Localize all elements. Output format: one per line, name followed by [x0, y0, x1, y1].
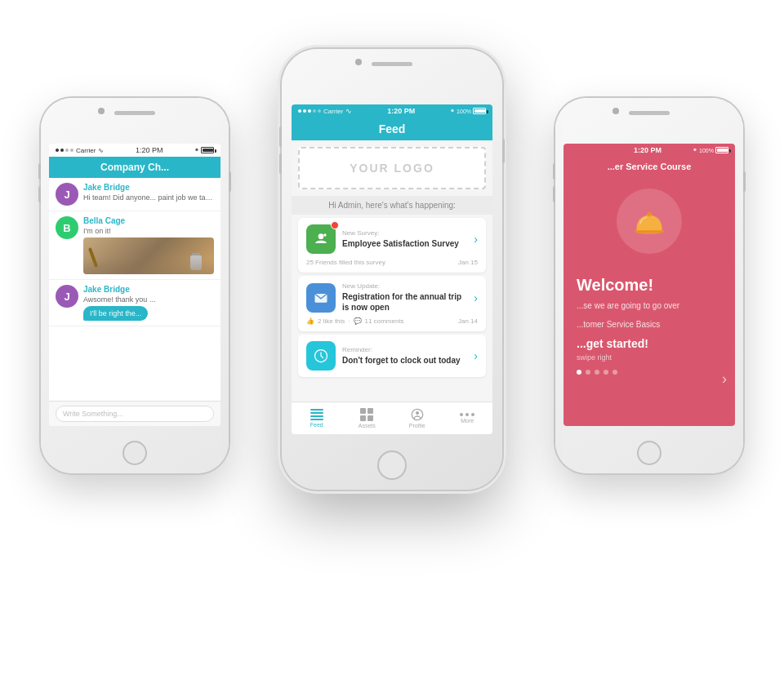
left-screen: Carrier ∿ 1:20 PM ⁕ Company Ch... J Jake… — [49, 144, 220, 426]
time-left: 1:20 PM — [136, 146, 163, 154]
update-likes: 2 like this — [318, 317, 345, 325]
feed-card-update[interactable]: New Update: Registration for the annual … — [298, 276, 486, 331]
nav-label-feed: Feed — [310, 422, 323, 428]
survey-icon — [306, 224, 336, 254]
feed-card-update-footer: 👍 2 like this · 💬 11 comments Jan 14 — [306, 317, 478, 325]
volume-btn-right-2 — [553, 186, 555, 202]
feed-card-update-header: New Update: Registration for the annual … — [306, 282, 478, 313]
nav-label-assets: Assets — [359, 423, 376, 428]
course-dots — [577, 370, 722, 375]
reminder-chevron[interactable]: › — [474, 349, 478, 362]
status-bar: Carrier ∿ 1:20 PM ⁕ — [49, 144, 220, 157]
chat-input-bar[interactable]: Write Something... — [49, 401, 220, 426]
update-chevron[interactable]: › — [474, 291, 478, 304]
survey-badge — [331, 221, 339, 229]
assets-nav-icon — [360, 408, 373, 421]
dot-5 — [612, 370, 617, 375]
feed-card-survey[interactable]: New Survey: Employee Satisfaction Survey… — [298, 218, 486, 273]
dot-1 — [577, 370, 581, 375]
left-header-title: Company Ch... — [100, 162, 169, 173]
chat-image-bella — [83, 237, 214, 274]
chat-msg-bella: I'm on it! — [83, 227, 214, 235]
nav-item-feed[interactable]: Feed — [292, 406, 342, 431]
paint-brush-icon — [88, 247, 98, 268]
svg-rect-10 — [360, 415, 366, 421]
home-button-right[interactable] — [637, 441, 662, 465]
update-title: Registration for the annual trip is now … — [342, 291, 467, 313]
chat-item-bella[interactable]: B Bella Cage I'm on it! — [49, 211, 220, 280]
battery-icon-center — [473, 108, 486, 114]
wifi-icon-center: ∿ — [345, 107, 352, 115]
carrier-center-label: Carrier — [323, 108, 343, 115]
course-cta: ...get started! — [577, 337, 722, 350]
wifi-icon-left: ∿ — [98, 147, 104, 154]
profile-nav-icon — [411, 408, 424, 421]
chat-item-jake-2[interactable]: J Jake Bridge Awsome! thank you ... I'll… — [49, 280, 220, 326]
survey-footer-left: 25 Friends filled this survey — [306, 259, 385, 266]
feed-card-reminder[interactable]: Reminder: Don't forget to clock out toda… — [298, 335, 486, 377]
chat-name-jake-2: Jake Bridge — [83, 285, 214, 294]
bluetooth-right-icon: ⁕ — [693, 147, 697, 153]
feed-card-survey-footer: 25 Friends filled this survey Jan 15 — [306, 259, 478, 266]
home-button[interactable] — [122, 441, 147, 465]
camera — [98, 108, 105, 114]
chat-list[interactable]: J Jake Bridge Hi team! Did anyone... pai… — [49, 178, 220, 326]
center-header-title: Feed — [379, 122, 406, 135]
center-screen: Carrier ∿ 1:20 PM ⁕ 100% Feed YOUR LOGO … — [292, 104, 492, 434]
update-comments: 11 comments — [365, 317, 404, 325]
svg-rect-11 — [368, 415, 373, 421]
course-bell — [617, 189, 682, 254]
center-app-header: Feed — [292, 118, 492, 140]
left-app-header: Company Ch... — [49, 157, 220, 178]
svg-rect-4 — [310, 409, 323, 411]
nav-item-profile[interactable]: Profile — [392, 405, 443, 432]
power-btn — [229, 171, 231, 192]
carrier-label: Carrier — [76, 147, 96, 154]
avatar-j1: J — [56, 183, 78, 206]
course-screen: Welcome! ...se we are going to go over .… — [564, 176, 735, 426]
signal-dots — [56, 149, 74, 152]
svg-rect-17 — [648, 212, 651, 216]
chat-msg-jake-2: Awsome! thank you ... — [83, 295, 214, 304]
thumbs-up-icon: 👍 — [306, 317, 314, 325]
feed-greeting: Hi Admin, here's what's happening: — [292, 196, 492, 215]
battery-right: ⁕ 100% — [693, 147, 728, 153]
speaker — [114, 111, 155, 115]
speaker-center — [372, 62, 412, 66]
svg-rect-5 — [310, 412, 323, 414]
volume-btn-center-2 — [279, 153, 282, 174]
course-desc-2: ...tomer Service Basics — [577, 318, 722, 331]
nav-label-profile: Profile — [409, 423, 425, 428]
course-arrow[interactable]: › — [722, 371, 727, 388]
power-btn-right — [743, 171, 746, 192]
nav-item-assets[interactable]: Assets — [342, 405, 393, 432]
chat-bubble: I'll be right the... — [83, 306, 148, 321]
time-right: 1:20 PM — [634, 146, 662, 154]
update-icon — [306, 283, 336, 313]
status-bar-right: 1:20 PM ⁕ 100% — [564, 144, 735, 157]
survey-label: New Survey: — [342, 229, 467, 237]
home-button-center[interactable] — [377, 451, 407, 480]
bluetooth-center-icon: ⁕ — [450, 108, 455, 114]
time-center: 1:20 PM — [387, 107, 415, 115]
volume-btn — [38, 163, 41, 180]
volume-btn-right — [553, 163, 555, 180]
right-screen: 1:20 PM ⁕ 100% ...er Service Course — [564, 144, 735, 426]
right-phone: 1:20 PM ⁕ 100% ...er Service Course — [555, 98, 743, 473]
right-app-header: ...er Service Course — [564, 157, 735, 176]
carrier-center: Carrier ∿ — [298, 107, 352, 115]
feed-nav-icon — [310, 409, 323, 420]
logo-area: YOUR LOGO — [298, 147, 486, 189]
survey-footer-date: Jan 15 — [458, 259, 478, 266]
svg-rect-9 — [368, 408, 373, 414]
chat-item-jake-1[interactable]: J Jake Bridge Hi team! Did anyone... pai… — [49, 178, 220, 211]
svg-rect-8 — [360, 408, 366, 414]
chat-input[interactable]: Write Something... — [56, 406, 214, 422]
battery-center: ⁕ 100% — [450, 108, 486, 114]
battery-pct-right: 100% — [699, 148, 714, 153]
course-hint: swipe right — [577, 353, 722, 362]
volume-btn-center — [279, 127, 282, 147]
survey-chevron[interactable]: › — [474, 233, 478, 246]
avatar-b: B — [56, 216, 78, 239]
nav-item-more[interactable]: More — [443, 410, 493, 427]
